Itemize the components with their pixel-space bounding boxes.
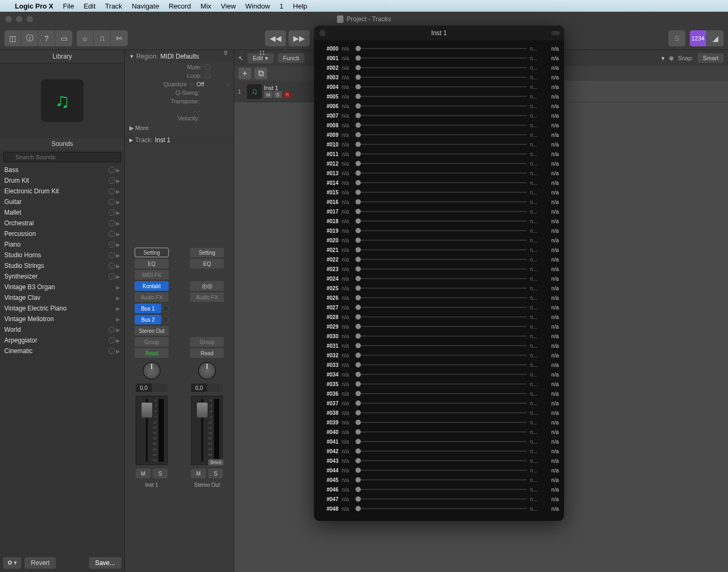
sound-category-item[interactable]: Cinematic↓▶ (0, 346, 125, 356)
sound-category-item[interactable]: World↓▶ (0, 324, 125, 335)
slider-thumb[interactable] (355, 285, 361, 291)
cc-slider[interactable] (355, 307, 527, 308)
sound-category-item[interactable]: Vintage Electric Piano▶ (0, 303, 125, 314)
slider-thumb[interactable] (355, 113, 361, 118)
cc-slider[interactable] (355, 268, 527, 269)
count-in-button[interactable]: 1234 (690, 30, 707, 46)
cc-slider[interactable] (355, 441, 527, 442)
cc-slider[interactable] (355, 48, 527, 49)
more-disclosure[interactable]: ▶ More (125, 122, 234, 134)
cc-slider[interactable] (355, 230, 527, 231)
cc-slider[interactable] (355, 489, 527, 490)
cc-slider[interactable] (355, 336, 527, 337)
plugin-window-titlebar[interactable]: Inst 1 (314, 26, 564, 40)
download-icon[interactable]: ↓ (109, 167, 115, 173)
toolbar-toggle-button[interactable]: ▭ (55, 30, 72, 46)
cc-slider[interactable] (355, 249, 527, 250)
slider-thumb[interactable] (355, 496, 361, 502)
sound-category-item[interactable]: Vintage Clav▶ (0, 292, 125, 303)
cc-slider[interactable] (355, 499, 527, 500)
download-icon[interactable]: ↓ (109, 220, 115, 226)
slider-thumb[interactable] (355, 343, 361, 348)
cc-slider[interactable] (355, 383, 527, 385)
slider-thumb[interactable] (355, 94, 361, 99)
cc-slider[interactable] (355, 86, 527, 87)
duplicate-track-button[interactable]: ⧉ (254, 68, 267, 79)
slider-thumb[interactable] (355, 65, 361, 70)
sound-category-item[interactable]: Mallet↓▶ (0, 207, 125, 218)
track-name[interactable]: Inst 1 (264, 85, 292, 91)
slider-thumb[interactable] (355, 180, 361, 185)
slider-thumb[interactable] (355, 314, 361, 320)
audiofx-slot[interactable]: Audio FX (190, 292, 224, 302)
search-sounds-input[interactable] (3, 152, 121, 162)
cc-slider[interactable] (355, 192, 527, 193)
close-plugin-window-button[interactable] (319, 30, 326, 36)
pan-knob[interactable] (143, 362, 161, 380)
slider-thumb[interactable] (355, 420, 361, 425)
slider-thumb[interactable] (355, 362, 361, 367)
link-button[interactable]: ⊕ (669, 55, 674, 62)
volume-fader[interactable]: 03691215182430405060 Bnce (191, 396, 223, 465)
sound-category-item[interactable]: Electronic Drum Kit↓▶ (0, 186, 125, 197)
menu-track[interactable]: Track (105, 2, 122, 10)
slider-thumb[interactable] (355, 468, 361, 473)
slider-thumb[interactable] (355, 122, 361, 128)
slider-thumb[interactable] (355, 257, 361, 262)
zoom-window-button[interactable] (27, 16, 33, 22)
cc-slider[interactable] (355, 288, 527, 289)
save-button[interactable]: Save... (89, 557, 121, 569)
menu-record[interactable]: Record (169, 2, 191, 10)
cc-slider[interactable] (355, 173, 527, 174)
download-icon[interactable]: ↓ (109, 241, 115, 248)
slider-thumb[interactable] (355, 276, 361, 281)
slider-thumb[interactable] (355, 372, 361, 377)
cc-slider[interactable] (355, 105, 527, 107)
cc-slider[interactable] (355, 326, 527, 327)
solo-mode-button[interactable]: S (668, 30, 685, 46)
setting-slot[interactable]: Setting (135, 248, 169, 257)
download-icon[interactable]: ↓ (109, 209, 115, 216)
eq-slot[interactable]: EQ (135, 259, 169, 268)
slider-thumb[interactable] (355, 84, 361, 89)
slider-thumb[interactable] (355, 458, 361, 463)
solo-button[interactable]: S (208, 469, 223, 478)
cc-slider[interactable] (355, 182, 527, 183)
cc-slider[interactable] (355, 220, 527, 222)
pan-value[interactable]: 0,0 (136, 383, 152, 392)
sound-category-item[interactable]: Percussion↓▶ (0, 228, 125, 239)
minimize-window-button[interactable] (16, 16, 22, 22)
cc-slider[interactable] (355, 211, 527, 212)
slider-thumb[interactable] (355, 151, 361, 157)
slider-thumb[interactable] (355, 381, 361, 387)
mute-button[interactable]: M (136, 469, 151, 478)
cc-slider[interactable] (355, 451, 527, 452)
slider-thumb[interactable] (355, 353, 361, 358)
mute-checkbox[interactable] (205, 64, 210, 70)
download-icon[interactable]: ↓ (109, 252, 115, 258)
menu-file[interactable]: File (63, 2, 74, 10)
slider-thumb[interactable] (355, 410, 361, 415)
editors-button[interactable]: ✄ (111, 30, 128, 46)
menu-edit[interactable]: Edit (84, 2, 95, 10)
sound-category-item[interactable]: Guitar↓▶ (0, 197, 125, 207)
cc-slider[interactable] (355, 278, 527, 279)
cc-slider[interactable] (355, 240, 527, 241)
cc-slider[interactable] (355, 58, 527, 59)
add-track-button[interactable]: + (238, 68, 251, 79)
track-solo-button[interactable]: S (274, 91, 282, 98)
slider-thumb[interactable] (355, 199, 361, 205)
cc-slider[interactable] (355, 412, 527, 413)
midifx-slot[interactable]: MIDI FX (135, 270, 169, 280)
quick-help-button[interactable]: ? (38, 30, 55, 46)
cc-slider[interactable] (355, 355, 527, 356)
track-mute-button[interactable]: M (264, 91, 272, 98)
region-inspector-header[interactable]: ▼ Region: MIDI Defaults (125, 50, 234, 63)
cc-slider[interactable] (355, 393, 527, 394)
volume-fader[interactable]: 03691215182430405060 (136, 396, 168, 465)
cc-slider[interactable] (355, 144, 527, 145)
inspector-toggle-button[interactable]: ⓘ (21, 30, 38, 46)
cc-slider[interactable] (355, 297, 527, 298)
cc-slider[interactable] (355, 115, 527, 116)
loop-checkbox[interactable] (205, 73, 210, 78)
